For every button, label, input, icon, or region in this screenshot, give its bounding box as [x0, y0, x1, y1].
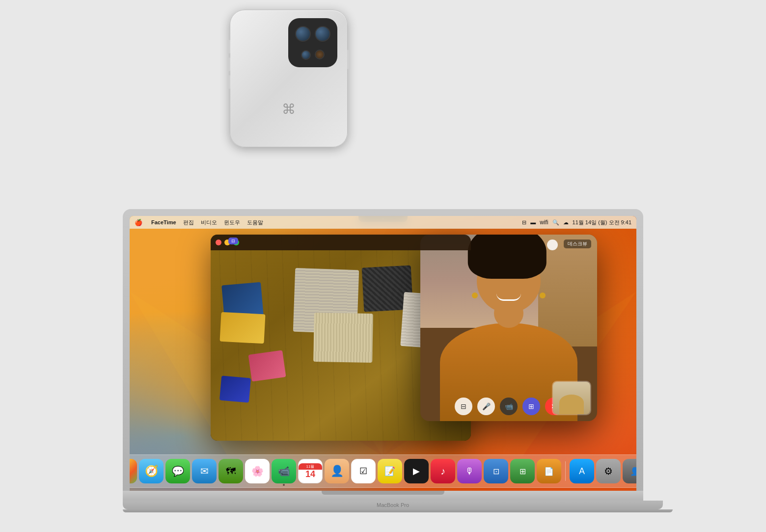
person-smile [496, 293, 521, 301]
macbook-lid: 🍎 FaceTime 편집 비디오 윈도우 도움말 ⊟ ▬ wifi [123, 209, 643, 491]
macbook: 🍎 FaceTime 편집 비디오 윈도우 도움말 ⊟ ▬ wifi [123, 209, 643, 512]
person-hair [468, 235, 547, 279]
iphone-camera-module [288, 18, 337, 67]
menubar-edit[interactable]: 편집 [183, 219, 194, 226]
deskview-label: 데스크뷰 [564, 239, 591, 248]
ctrl-share-btn[interactable]: ⊞ [522, 398, 540, 415]
swatch-light-weave [313, 313, 373, 363]
tiles-window-titlebar [211, 235, 471, 250]
earring-left [472, 293, 478, 298]
menubar: 🍎 FaceTime 편집 비디오 윈도우 도움말 ⊟ ▬ wifi [130, 216, 636, 229]
camera-lens-3 [301, 50, 311, 60]
swatch-cobalt [219, 375, 251, 402]
icloud-icon[interactable]: ☁ [563, 219, 569, 226]
menubar-right: ⊟ ▬ wifi 🔍 ☁ 11월 14일 (월) 오전 9:41 [522, 219, 631, 226]
menubar-app-name[interactable]: FaceTime [151, 219, 176, 225]
dock: 😊 ⊞ 🧭 [130, 454, 636, 488]
wifi-icon[interactable]: wifi [540, 219, 548, 226]
macbook-screen-bezel: 🍎 FaceTime 편집 비디오 윈도우 도움말 ⊟ ▬ wifi [130, 216, 636, 491]
facetime-call-window[interactable]: 데스크뷰 [420, 235, 597, 421]
camera-lens-1 [295, 26, 311, 42]
deskview-circle-btn[interactable] [547, 239, 558, 250]
ctrl-video-btn[interactable]: 📹 [500, 398, 518, 415]
dock-systemprefs[interactable]: ⚙ [596, 459, 621, 483]
dock-separator [565, 461, 566, 481]
self-view [552, 381, 591, 415]
macos-desktop: 🍎 FaceTime 편집 비디오 윈도우 도움말 ⊟ ▬ wifi [130, 216, 636, 491]
dock-contacts[interactable]: 👤 [325, 459, 349, 483]
menubar-window[interactable]: 윈도우 [224, 219, 240, 226]
dock-calendar[interactable]: 11월 14 [298, 459, 323, 483]
scene: ⌘ [0, 0, 766, 532]
swatch-pink [248, 350, 286, 381]
apple-menu-icon[interactable]: 🍎 [135, 219, 142, 226]
iphone-volume-buttons [228, 40, 230, 89]
dock-launchpad[interactable]: ⊞ [130, 459, 137, 483]
dock-appstore[interactable]: A [570, 459, 594, 483]
self-view-person [559, 395, 584, 414]
dock-photos[interactable]: 🌸 [245, 459, 270, 483]
ctrl-portrait-btn[interactable]: ⊟ [455, 398, 472, 415]
macbook-base: MacBook Pro [123, 501, 663, 509]
swatch-yellow [219, 312, 265, 344]
dock-podcasts[interactable]: 🎙 [457, 459, 482, 483]
dock-numbers[interactable]: ⊞ [510, 459, 535, 483]
macbook-hinge [123, 491, 643, 501]
iphone: ⌘ [230, 10, 348, 147]
dock-maps[interactable]: 🗺 [219, 459, 243, 483]
apple-logo-icon: ⌘ [282, 101, 296, 117]
battery-icon: ▬ [530, 219, 536, 225]
macbook-name-label: MacBook Pro [377, 502, 409, 508]
camera-lens-2 [315, 26, 330, 42]
menubar-left: 🍎 FaceTime 편집 비디오 윈도우 도움말 [135, 219, 263, 226]
menubar-help[interactable]: 도움말 [247, 219, 263, 226]
dock-messages[interactable]: 💬 [165, 459, 190, 483]
facetime-controls: ⊟ 🎤 📹 ⊞ ✕ [455, 398, 563, 415]
ctrl-mute-btn[interactable]: 🎤 [477, 398, 495, 415]
macbook-foot [123, 509, 673, 512]
dock-facetime[interactable]: 📹 [272, 459, 296, 483]
dock-mail[interactable]: ✉ [192, 459, 217, 483]
dock-notes[interactable]: 📝 [378, 459, 402, 483]
iphone-body: ⌘ [230, 10, 348, 147]
dock-music[interactable]: ♪ [431, 459, 455, 483]
close-button[interactable] [216, 239, 221, 245]
menubar-video[interactable]: 비디오 [201, 219, 217, 226]
iphone-power-button [347, 50, 349, 69]
screen-share-indicator: ⊟ [228, 238, 238, 244]
search-icon[interactable]: 🔍 [552, 219, 559, 226]
macbook-hinge-notch [322, 491, 444, 495]
camera-lidar [315, 50, 325, 59]
screen-mirror-icon[interactable]: ⊟ [522, 219, 526, 226]
macbook-screen: 🍎 FaceTime 편집 비디오 윈도우 도움말 ⊟ ▬ wifi [130, 216, 636, 491]
dock-keynote[interactable]: ⊡ [484, 459, 508, 483]
dock-reminders[interactable]: ☑ [351, 459, 376, 483]
earring-right [540, 293, 546, 298]
dock-safari[interactable]: 🧭 [139, 459, 164, 483]
dock-icontrol[interactable]: 👤 [623, 459, 636, 483]
menubar-time: 11월 14일 (월) 오전 9:41 [573, 219, 631, 226]
dock-appletv[interactable]: ▶ [404, 459, 429, 483]
dock-pages[interactable]: 📄 [537, 459, 561, 483]
